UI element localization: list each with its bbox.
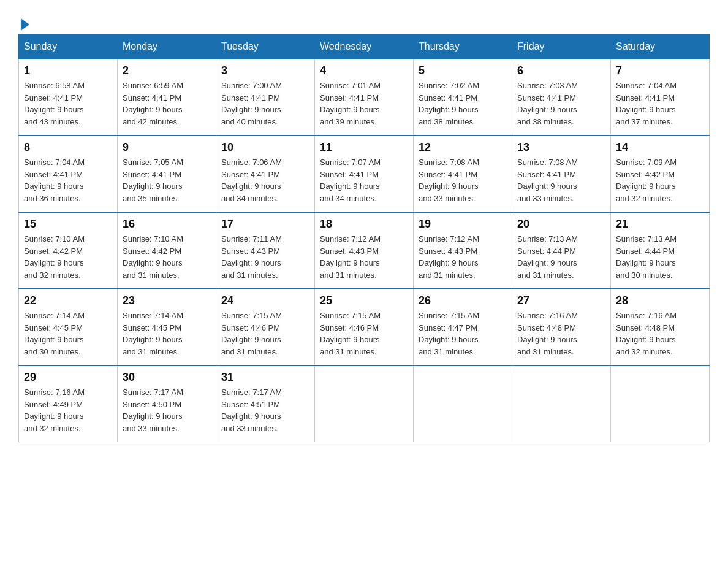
day-info: Sunrise: 7:08 AMSunset: 4:41 PMDaylight:… [419, 158, 479, 203]
calendar-day-cell: 10 Sunrise: 7:06 AMSunset: 4:41 PMDaylig… [216, 136, 315, 212]
day-info: Sunrise: 7:00 AMSunset: 4:41 PMDaylight:… [221, 81, 282, 126]
day-info: Sunrise: 7:01 AMSunset: 4:41 PMDaylight:… [320, 81, 381, 126]
calendar-day-cell: 12 Sunrise: 7:08 AMSunset: 4:41 PMDaylig… [414, 136, 512, 212]
calendar-day-cell: 20 Sunrise: 7:13 AMSunset: 4:44 PMDaylig… [512, 212, 611, 289]
day-number: 26 [419, 294, 507, 307]
logo [18, 18, 29, 28]
day-info: Sunrise: 7:11 AMSunset: 4:43 PMDaylight:… [221, 234, 282, 280]
day-number: 5 [419, 64, 507, 77]
day-number: 19 [419, 218, 507, 231]
calendar-day-cell: 15 Sunrise: 7:10 AMSunset: 4:42 PMDaylig… [19, 212, 118, 289]
day-header-thursday: Thursday [414, 35, 512, 59]
calendar-table: SundayMondayTuesdayWednesdayThursdayFrid… [18, 34, 710, 442]
day-header-wednesday: Wednesday [315, 35, 414, 59]
day-info: Sunrise: 7:15 AMSunset: 4:46 PMDaylight:… [320, 311, 381, 356]
day-number: 29 [24, 371, 112, 384]
calendar-day-cell: 5 Sunrise: 7:02 AMSunset: 4:41 PMDayligh… [414, 59, 512, 136]
calendar-week-row: 29 Sunrise: 7:16 AMSunset: 4:49 PMDaylig… [19, 366, 710, 442]
page-header [18, 12, 710, 28]
day-header-saturday: Saturday [611, 35, 710, 59]
calendar-day-cell: 22 Sunrise: 7:14 AMSunset: 4:45 PMDaylig… [19, 289, 118, 366]
calendar-day-cell: 19 Sunrise: 7:12 AMSunset: 4:43 PMDaylig… [414, 212, 512, 289]
day-number: 30 [123, 371, 211, 384]
day-number: 17 [221, 218, 309, 231]
logo-arrow-icon [21, 18, 29, 31]
day-info: Sunrise: 7:16 AMSunset: 4:48 PMDaylight:… [616, 311, 677, 356]
day-header-monday: Monday [118, 35, 216, 59]
day-number: 25 [320, 294, 408, 307]
calendar-day-cell: 23 Sunrise: 7:14 AMSunset: 4:45 PMDaylig… [118, 289, 216, 366]
day-number: 22 [24, 294, 112, 307]
day-info: Sunrise: 7:15 AMSunset: 4:46 PMDaylight:… [221, 311, 282, 356]
calendar-day-cell: 2 Sunrise: 6:59 AMSunset: 4:41 PMDayligh… [118, 59, 216, 136]
day-header-friday: Friday [512, 35, 611, 59]
day-number: 20 [517, 218, 605, 231]
day-number: 8 [24, 141, 112, 154]
calendar-empty-cell [512, 366, 611, 442]
calendar-empty-cell [315, 366, 414, 442]
day-info: Sunrise: 7:04 AMSunset: 4:41 PMDaylight:… [616, 81, 677, 126]
day-number: 10 [221, 141, 309, 154]
day-info: Sunrise: 7:06 AMSunset: 4:41 PMDaylight:… [221, 158, 282, 203]
day-number: 31 [221, 371, 309, 384]
day-number: 11 [320, 141, 408, 154]
day-number: 23 [123, 294, 211, 307]
day-number: 2 [123, 64, 211, 77]
day-info: Sunrise: 7:16 AMSunset: 4:49 PMDaylight:… [24, 388, 85, 433]
calendar-empty-cell [611, 366, 710, 442]
day-number: 24 [221, 294, 309, 307]
calendar-day-cell: 31 Sunrise: 7:17 AMSunset: 4:51 PMDaylig… [216, 366, 315, 442]
day-info: Sunrise: 7:12 AMSunset: 4:43 PMDaylight:… [419, 234, 479, 280]
day-info: Sunrise: 7:14 AMSunset: 4:45 PMDaylight:… [123, 311, 183, 356]
calendar-day-cell: 9 Sunrise: 7:05 AMSunset: 4:41 PMDayligh… [118, 136, 216, 212]
day-number: 14 [616, 141, 704, 154]
calendar-day-cell: 14 Sunrise: 7:09 AMSunset: 4:42 PMDaylig… [611, 136, 710, 212]
calendar-day-cell: 8 Sunrise: 7:04 AMSunset: 4:41 PMDayligh… [19, 136, 118, 212]
day-number: 3 [221, 64, 309, 77]
day-number: 9 [123, 141, 211, 154]
calendar-day-cell: 18 Sunrise: 7:12 AMSunset: 4:43 PMDaylig… [315, 212, 414, 289]
day-number: 28 [616, 294, 704, 307]
day-info: Sunrise: 7:07 AMSunset: 4:41 PMDaylight:… [320, 158, 381, 203]
day-info: Sunrise: 7:12 AMSunset: 4:43 PMDaylight:… [320, 234, 381, 280]
calendar-day-cell: 30 Sunrise: 7:17 AMSunset: 4:50 PMDaylig… [118, 366, 216, 442]
calendar-day-cell: 3 Sunrise: 7:00 AMSunset: 4:41 PMDayligh… [216, 59, 315, 136]
day-info: Sunrise: 7:17 AMSunset: 4:51 PMDaylight:… [221, 388, 282, 433]
day-info: Sunrise: 7:17 AMSunset: 4:50 PMDaylight:… [123, 388, 183, 433]
calendar-header-row: SundayMondayTuesdayWednesdayThursdayFrid… [19, 35, 710, 59]
day-header-tuesday: Tuesday [216, 35, 315, 59]
day-info: Sunrise: 7:13 AMSunset: 4:44 PMDaylight:… [616, 234, 677, 280]
calendar-day-cell: 1 Sunrise: 6:58 AMSunset: 4:41 PMDayligh… [19, 59, 118, 136]
calendar-day-cell: 24 Sunrise: 7:15 AMSunset: 4:46 PMDaylig… [216, 289, 315, 366]
day-info: Sunrise: 7:14 AMSunset: 4:45 PMDaylight:… [24, 311, 85, 356]
calendar-day-cell: 29 Sunrise: 7:16 AMSunset: 4:49 PMDaylig… [19, 366, 118, 442]
calendar-day-cell: 13 Sunrise: 7:08 AMSunset: 4:41 PMDaylig… [512, 136, 611, 212]
day-info: Sunrise: 7:10 AMSunset: 4:42 PMDaylight:… [24, 234, 85, 280]
calendar-empty-cell [414, 366, 512, 442]
day-number: 1 [24, 64, 112, 77]
calendar-week-row: 8 Sunrise: 7:04 AMSunset: 4:41 PMDayligh… [19, 136, 710, 212]
day-info: Sunrise: 7:09 AMSunset: 4:42 PMDaylight:… [616, 158, 677, 203]
calendar-day-cell: 7 Sunrise: 7:04 AMSunset: 4:41 PMDayligh… [611, 59, 710, 136]
day-info: Sunrise: 7:04 AMSunset: 4:41 PMDaylight:… [24, 158, 85, 203]
day-info: Sunrise: 7:16 AMSunset: 4:48 PMDaylight:… [517, 311, 578, 356]
day-info: Sunrise: 7:15 AMSunset: 4:47 PMDaylight:… [419, 311, 479, 356]
calendar-day-cell: 25 Sunrise: 7:15 AMSunset: 4:46 PMDaylig… [315, 289, 414, 366]
calendar-day-cell: 11 Sunrise: 7:07 AMSunset: 4:41 PMDaylig… [315, 136, 414, 212]
calendar-day-cell: 6 Sunrise: 7:03 AMSunset: 4:41 PMDayligh… [512, 59, 611, 136]
day-info: Sunrise: 7:13 AMSunset: 4:44 PMDaylight:… [517, 234, 578, 280]
day-info: Sunrise: 7:08 AMSunset: 4:41 PMDaylight:… [517, 158, 578, 203]
day-number: 27 [517, 294, 605, 307]
day-info: Sunrise: 6:59 AMSunset: 4:41 PMDaylight:… [123, 81, 183, 126]
day-number: 12 [419, 141, 507, 154]
calendar-day-cell: 27 Sunrise: 7:16 AMSunset: 4:48 PMDaylig… [512, 289, 611, 366]
calendar-day-cell: 4 Sunrise: 7:01 AMSunset: 4:41 PMDayligh… [315, 59, 414, 136]
day-info: Sunrise: 7:05 AMSunset: 4:41 PMDaylight:… [123, 158, 183, 203]
day-number: 6 [517, 64, 605, 77]
calendar-day-cell: 26 Sunrise: 7:15 AMSunset: 4:47 PMDaylig… [414, 289, 512, 366]
calendar-day-cell: 17 Sunrise: 7:11 AMSunset: 4:43 PMDaylig… [216, 212, 315, 289]
calendar-week-row: 15 Sunrise: 7:10 AMSunset: 4:42 PMDaylig… [19, 212, 710, 289]
calendar-week-row: 1 Sunrise: 6:58 AMSunset: 4:41 PMDayligh… [19, 59, 710, 136]
day-header-sunday: Sunday [19, 35, 118, 59]
day-number: 16 [123, 218, 211, 231]
